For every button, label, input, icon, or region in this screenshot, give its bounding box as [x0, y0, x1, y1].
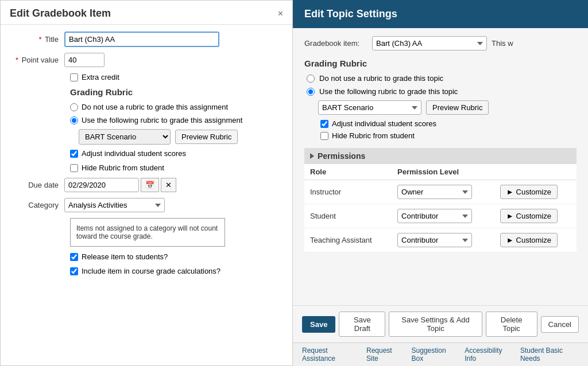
arrow-icon: ► — [506, 212, 514, 220]
arrow-icon: ► — [506, 236, 514, 244]
close-button[interactable]: × — [278, 9, 283, 18]
include-row: Include item in course grade calculation… — [70, 267, 283, 275]
extra-credit-checkbox[interactable] — [70, 73, 78, 81]
role-column-header: Role — [304, 164, 392, 180]
hide-rubric-checkbox[interactable] — [70, 164, 78, 172]
permissions-row: Student Contributor ► Customize — [304, 204, 577, 228]
right-panel: Edit Topic Settings Gradebook item: Bart… — [293, 0, 588, 366]
extra-credit-row: Extra credit — [70, 73, 283, 81]
no-rubric-radio[interactable] — [70, 103, 78, 111]
customize-button[interactable]: ► Customize — [500, 209, 558, 223]
info-box: Items not assigned to a category will no… — [70, 218, 225, 247]
save-draft-button[interactable]: Save Draft — [339, 312, 385, 337]
right-hide-rubric-label: Hide Rubric from student — [332, 131, 415, 140]
right-grading-rubric-title: Grading Rubric — [304, 59, 577, 68]
right-no-rubric-label: Do not use a rubric to grade this topic — [319, 74, 443, 83]
right-panel-title: Edit Topic Settings — [304, 8, 397, 20]
hide-rubric-row: Hide Rubric from student — [70, 163, 283, 172]
right-no-rubric-radio[interactable] — [307, 75, 315, 83]
adjust-scores-label: Adjust individual student scores — [82, 149, 186, 158]
customize-cell: ► Customize — [494, 228, 577, 252]
save-settings-button[interactable]: Save Settings & Add Topic — [389, 312, 482, 337]
level-cell: Contributor — [392, 228, 494, 252]
role-cell: Student — [304, 204, 392, 228]
right-grading-rubric-section: Grading Rubric Do not use a rubric to gr… — [304, 59, 577, 140]
rubric-select[interactable]: BART Scenario — [79, 129, 171, 145]
gradebook-item-label: Gradebook item: — [304, 39, 368, 48]
point-value-row: * Point value — [10, 53, 283, 67]
use-rubric-label: Use the following rubric to grade this a… — [82, 116, 242, 124]
delete-topic-button[interactable]: Delete Topic — [486, 312, 537, 337]
bottom-link[interactable]: Request Assistance — [302, 346, 357, 363]
arrow-icon: ► — [506, 188, 514, 196]
category-select[interactable]: Analysis Activities — [64, 198, 165, 212]
gradebook-item-select[interactable]: Bart (Ch3) AA — [372, 36, 487, 50]
right-panel-header: Edit Topic Settings — [293, 0, 588, 28]
no-rubric-label: Do not use a rubric to grade this assign… — [82, 103, 228, 111]
left-panel-header: Edit Gradebook Item × — [1, 1, 292, 25]
include-checkbox[interactable] — [70, 267, 78, 275]
right-hide-rubric-checkbox[interactable] — [320, 132, 328, 140]
point-value-label: * Point value — [10, 56, 64, 64]
left-panel-body: * Title * Point value Extra credit Gradi… — [1, 25, 292, 365]
right-no-rubric-row: Do not use a rubric to grade this topic — [307, 74, 577, 83]
bottom-link[interactable]: Student Basic Needs — [520, 346, 579, 363]
due-date-label: Due date — [10, 181, 64, 189]
extra-credit-label: Extra credit — [82, 73, 119, 81]
release-row: Release item to students? — [70, 252, 283, 261]
right-adjust-scores-row: Adjust individual student scores — [320, 119, 577, 128]
release-label: Release item to students? — [82, 252, 168, 261]
release-checkbox[interactable] — [70, 253, 78, 261]
customize-cell: ► Customize — [494, 180, 577, 204]
left-panel: Edit Gradebook Item × * Title * Point va… — [0, 0, 293, 366]
bottom-link[interactable]: Accessibility Info — [465, 346, 511, 363]
permission-level-select[interactable]: Contributor — [397, 209, 472, 223]
grading-rubric-title: Grading Rubric — [70, 87, 283, 97]
permissions-header-row: Role Permission Level — [304, 164, 577, 180]
title-label: * Title — [10, 35, 64, 44]
right-hide-rubric-row: Hide Rubric from student — [320, 131, 577, 140]
permission-level-select[interactable]: Owner — [397, 185, 472, 199]
right-adjust-scores-checkbox[interactable] — [320, 120, 328, 128]
include-label: Include item in course grade calculation… — [82, 267, 220, 275]
right-adjust-scores-label: Adjust individual student scores — [332, 119, 436, 128]
due-date-input[interactable] — [64, 178, 139, 192]
permissions-section: Permissions Role Permission Level Instru… — [304, 148, 577, 252]
permissions-row: Teaching Assistant Contributor ► Customi… — [304, 228, 577, 252]
cancel-button[interactable]: Cancel — [541, 316, 579, 333]
preview-rubric-button[interactable]: Preview Rubric — [175, 130, 238, 144]
permission-level-select[interactable]: Contributor — [397, 233, 472, 247]
customize-cell: ► Customize — [494, 204, 577, 228]
right-footer: Save Save Draft Save Settings & Add Topi… — [293, 305, 588, 342]
level-cell: Contributor — [392, 204, 494, 228]
clear-date-button[interactable]: ✕ — [161, 178, 176, 192]
this-label: This w — [492, 39, 513, 48]
customize-button[interactable]: ► Customize — [500, 185, 558, 199]
right-use-rubric-radio[interactable] — [307, 88, 315, 96]
hide-rubric-label: Hide Rubric from student — [82, 163, 164, 172]
save-button[interactable]: Save — [302, 316, 335, 333]
action-column-header — [494, 164, 577, 180]
adjust-scores-checkbox[interactable] — [70, 150, 78, 158]
calendar-button[interactable]: 📅 — [141, 178, 159, 192]
role-cell: Teaching Assistant — [304, 228, 392, 252]
left-panel-title: Edit Gradebook Item — [10, 7, 111, 20]
right-use-rubric-row: Use the following rubric to grade this t… — [307, 87, 577, 96]
use-rubric-radio[interactable] — [70, 116, 78, 124]
bottom-link[interactable]: Suggestion Box — [412, 346, 456, 363]
permissions-row: Instructor Owner ► Customize — [304, 180, 577, 204]
customize-button[interactable]: ► Customize — [500, 233, 558, 247]
category-row: Category Analysis Activities — [10, 198, 283, 212]
permissions-header: Permissions — [304, 148, 577, 164]
permissions-collapse-icon[interactable] — [310, 153, 314, 159]
right-preview-rubric-button[interactable]: Preview Rubric — [426, 100, 489, 115]
title-row: * Title — [10, 32, 283, 47]
rubric-select-row: BART Scenario Preview Rubric — [79, 129, 283, 145]
due-date-row: Due date 📅 ✕ — [10, 178, 283, 192]
use-rubric-row: Use the following rubric to grade this a… — [70, 116, 283, 124]
required-star: * — [38, 35, 41, 44]
right-rubric-select[interactable]: BART Scenario — [318, 100, 421, 115]
bottom-link[interactable]: Request Site — [366, 346, 403, 363]
point-value-input[interactable] — [64, 53, 105, 67]
title-input[interactable] — [64, 32, 219, 47]
